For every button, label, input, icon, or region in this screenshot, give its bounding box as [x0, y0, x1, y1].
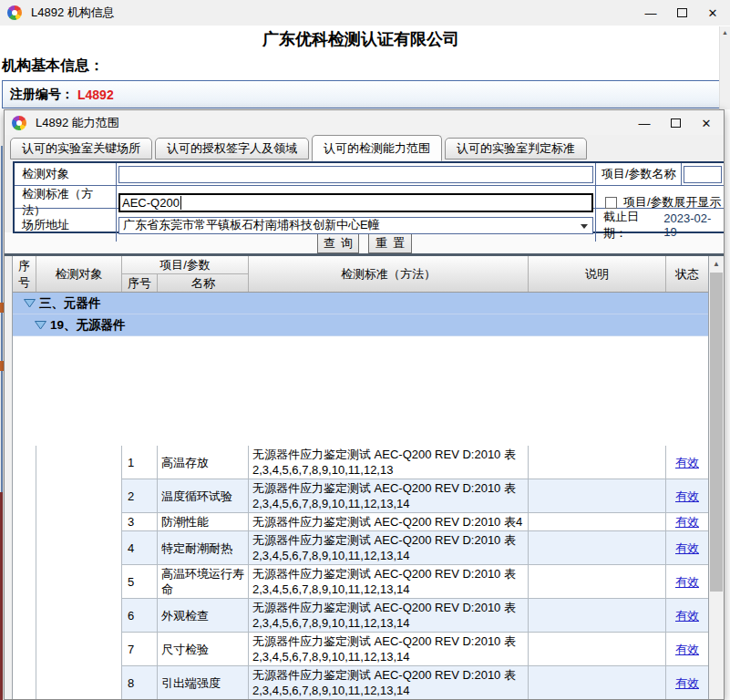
scroll-up-icon[interactable]: ▲	[709, 256, 724, 272]
standard-cell: 无源器件应力鉴定测试 AEC-Q200 REV D:2010 表4	[249, 513, 529, 530]
header-status: 状态	[666, 256, 708, 292]
header-param-title: 项目/参数	[122, 256, 248, 274]
param-name-cell: 高温环境运行寿命	[158, 565, 249, 598]
maximize-box-icon	[671, 118, 681, 128]
detect-object-label: 检测对象	[15, 163, 117, 185]
header-param-name: 名称	[158, 274, 249, 292]
back-window-scrollbar[interactable]: ▲	[719, 26, 730, 109]
app-logo-icon	[12, 116, 26, 130]
app-logo-icon	[7, 5, 22, 20]
minimize-icon[interactable]: —	[629, 110, 660, 136]
param-expand-checkbox[interactable]	[605, 197, 617, 209]
group-label: 19、无源器件	[50, 317, 126, 334]
status-link[interactable]: 有效	[675, 574, 699, 590]
note-cell	[529, 513, 666, 530]
standard-input-value: AEC-Q200	[122, 196, 180, 210]
param-name-cell: 外观检查	[158, 599, 249, 632]
status-cell: 有效	[666, 565, 708, 598]
capability-table: 序号 检测对象 项目/参数 序号 名称 检测标准（方法） 说明 状态 三、元器件	[12, 256, 709, 699]
status-link[interactable]: 有效	[675, 540, 699, 556]
search-form: 检测对象 项目/参数名称 检测标准（方法） AEC-Q200	[13, 161, 725, 233]
status-link[interactable]: 有效	[675, 455, 699, 470]
scrollbar-thumb[interactable]	[710, 273, 723, 592]
standard-cell: 无源器件应力鉴定测试 AEC-Q200 REV D:2010 表2,3,4,5,…	[249, 479, 529, 512]
status-cell: 有效	[666, 479, 708, 512]
close-icon[interactable]: ✕	[691, 110, 722, 136]
param-name-cell: 温度循环试验	[158, 479, 249, 512]
object-column-spacer	[36, 446, 122, 699]
form-row-object: 检测对象 项目/参数名称	[15, 163, 724, 186]
text-caret	[180, 196, 181, 210]
collapse-triangle-icon[interactable]	[35, 321, 46, 330]
maximize-icon[interactable]	[666, 0, 697, 26]
table-row: 1 高温存放 无源器件应力鉴定测试 AEC-Q200 REV D:2010 表2…	[122, 446, 708, 479]
standard-cell: 无源器件应力鉴定测试 AEC-Q200 REV D:2010 表2,3,4,5,…	[249, 666, 529, 699]
table-header: 序号 检测对象 项目/参数 序号 名称 检测标准（方法） 说明 状态	[13, 256, 708, 293]
form-row-address: 场所地址 广东省东莞市常平镇板石村南埔科技创新中心E幢 截止日期： 2023-0…	[15, 209, 724, 232]
registration-label: 注册编号：	[10, 87, 74, 103]
table-body: 1 高温存放 无源器件应力鉴定测试 AEC-Q200 REV D:2010 表2…	[13, 446, 708, 699]
header-param-seq: 序号	[122, 274, 158, 292]
back-window-controls: — ✕	[635, 0, 728, 26]
status-link[interactable]: 有效	[675, 608, 699, 623]
header-note: 说明	[529, 256, 666, 292]
note-cell	[529, 565, 666, 598]
table-row: 4 特定耐潮耐热 无源器件应力鉴定测试 AEC-Q200 REV D:2010 …	[122, 531, 708, 565]
standard-cell: 无源器件应力鉴定测试 AEC-Q200 REV D:2010 表2,3,4,5,…	[249, 599, 529, 632]
status-cell: 有效	[666, 513, 708, 530]
company-title: 广东优科检测认证有限公司	[0, 26, 722, 53]
standard-cell: 无源器件应力鉴定测试 AEC-Q200 REV D:2010 表2,3,4,5,…	[249, 446, 529, 479]
address-select-value: 广东省东莞市常平镇板石村南埔科技创新中心E幢	[123, 217, 380, 233]
param-seq-cell: 7	[122, 633, 158, 665]
minimize-icon[interactable]: —	[635, 0, 666, 26]
note-cell	[529, 633, 666, 665]
note-cell	[529, 666, 666, 699]
note-cell	[529, 479, 666, 512]
front-window-titlebar: L4892 能力范围 — ✕	[5, 110, 724, 135]
deadline-label: 截止日期：	[603, 209, 662, 242]
param-name-cell: 尺寸检验	[158, 633, 249, 665]
header-seq: 序号	[13, 256, 36, 292]
table-row: 7 尺寸检验 无源器件应力鉴定测试 AEC-Q200 REV D:2010 表2…	[122, 633, 708, 666]
maximize-box-icon	[677, 8, 687, 17]
address-label: 场所地址	[15, 209, 117, 242]
back-window-titlebar: L4892 机构信息 — ✕	[0, 0, 730, 26]
background-window-fragment	[1, 146, 3, 492]
group-label: 三、元器件	[39, 295, 101, 312]
scroll-up-icon[interactable]: ▲	[720, 26, 730, 39]
status-cell: 有效	[666, 531, 708, 564]
tab-lab-criteria[interactable]: 认可的实验室判定标准	[445, 138, 587, 160]
status-cell: 有效	[666, 446, 708, 479]
status-link[interactable]: 有效	[675, 675, 699, 691]
table-row: 8 引出端强度 无源器件应力鉴定测试 AEC-Q200 REV D:2010 表…	[122, 666, 708, 699]
status-link[interactable]: 有效	[675, 489, 699, 504]
detect-object-input[interactable]	[118, 166, 593, 183]
param-seq-cell: 8	[122, 666, 158, 699]
param-name-label: 项目/参数名称	[596, 163, 682, 185]
table-scrollbar[interactable]: ▲	[709, 256, 724, 699]
tab-key-locations[interactable]: 认可的实验室关键场所	[10, 138, 152, 160]
registration-value: L4892	[77, 88, 114, 102]
section-title: 机构基本信息：	[2, 57, 104, 76]
status-link[interactable]: 有效	[675, 642, 699, 657]
param-seq-cell: 1	[122, 446, 158, 479]
standard-cell: 无源器件应力鉴定测试 AEC-Q200 REV D:2010 表2,3,4,5,…	[249, 565, 529, 598]
maximize-icon[interactable]	[660, 110, 691, 136]
status-link[interactable]: 有效	[675, 514, 699, 530]
standard-cell: 无源器件应力鉴定测试 AEC-Q200 REV D:2010 表2,3,4,5,…	[249, 633, 529, 665]
address-select[interactable]: 广东省东莞市常平镇板石村南埔科技创新中心E幢	[118, 217, 593, 234]
close-icon[interactable]: ✕	[697, 0, 728, 26]
seq-column-spacer	[13, 446, 36, 699]
tab-testing-capability[interactable]: 认可的检测能力范围	[312, 135, 442, 161]
front-window-controls: — ✕	[629, 110, 722, 135]
collapse-triangle-icon[interactable]	[24, 299, 36, 308]
registration-row: 注册编号： L4892	[2, 80, 720, 108]
status-cell: 有效	[666, 666, 708, 699]
group-row-components[interactable]: 三、元器件	[13, 293, 708, 314]
rows-container: 1 高温存放 无源器件应力鉴定测试 AEC-Q200 REV D:2010 表2…	[122, 446, 708, 699]
table-row: 3 防潮性能 无源器件应力鉴定测试 AEC-Q200 REV D:2010 表4…	[122, 513, 708, 531]
param-name-input[interactable]	[684, 166, 722, 183]
header-param-group: 项目/参数 序号 名称	[122, 256, 249, 292]
group-row-passive-components[interactable]: 19、无源器件	[13, 314, 708, 336]
tab-authorized-signatories[interactable]: 认可的授权签字人及领域	[155, 138, 309, 160]
